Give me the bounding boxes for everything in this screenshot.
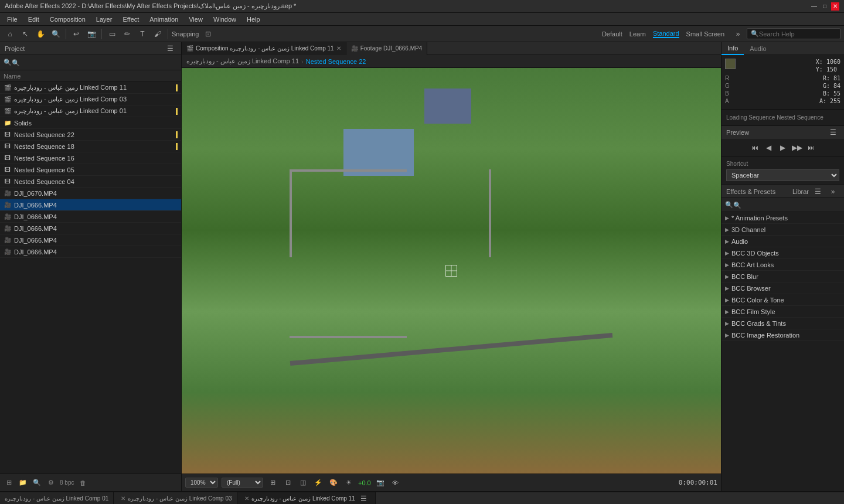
quality-select[interactable]: (Full) (Half) (Quarter) (222, 478, 263, 488)
menu-composition[interactable]: Composition (45, 15, 90, 24)
preview-prev-frame[interactable]: ◀ (764, 142, 774, 153)
list-item[interactable]: 🎬زمین عباس - رودبارچیره Linked Comp 03 (0, 94, 181, 105)
shortcut-select[interactable]: Spacebar (726, 169, 839, 181)
project-menu-button[interactable]: ☰ (164, 42, 176, 55)
list-item[interactable]: 🎥DJI_0666.MP4 (0, 211, 181, 223)
show-snapshot-button[interactable]: 👁 (390, 477, 401, 489)
project-search-bar[interactable]: 🔍 (0, 55, 181, 70)
preview-last-frame[interactable]: ⏭ (806, 142, 816, 153)
workspace-small-screen[interactable]: Small Screen (686, 30, 724, 38)
menu-view[interactable]: View (184, 15, 207, 24)
list-item[interactable]: ▶3D Channel (722, 224, 844, 236)
project-settings[interactable]: ⚙ (46, 478, 56, 488)
tab-info[interactable]: Info (722, 42, 744, 55)
fast-preview-button[interactable]: ⚡ (312, 477, 324, 489)
project-search-input[interactable] (12, 59, 178, 66)
timeline-tab-comp11[interactable]: ✕ زمین عباس - رودبارچیره Linked Comp 11 … (237, 492, 376, 505)
timeline-comp11-menu[interactable]: ☰ (358, 492, 370, 505)
minimize-button[interactable]: — (810, 2, 818, 11)
menu-animation[interactable]: Animation (145, 15, 183, 24)
effects-more[interactable]: » (826, 185, 839, 198)
list-item[interactable]: ▶BCC Film Style (722, 306, 844, 318)
preview-play[interactable]: ▶ (778, 142, 788, 153)
select-tool[interactable]: ↖ (19, 28, 32, 40)
preview-menu[interactable]: ☰ (826, 126, 839, 139)
camera-tool[interactable]: 📷 (85, 28, 98, 40)
project-delete[interactable]: 🗑 (77, 478, 88, 488)
list-item[interactable]: 🎥DJI_0666.MP4 (0, 223, 181, 234)
color-correct-button[interactable]: 🎨 (328, 477, 339, 489)
effects-menu[interactable]: ☰ (811, 185, 824, 198)
brush-tool[interactable]: 🖌 (151, 28, 164, 40)
list-item[interactable]: 🎞Nested Sequence 05 (0, 164, 181, 176)
list-item[interactable]: ▶BCC Image Restoration (722, 329, 844, 341)
zoom-select[interactable]: 100% 50% 200% (185, 478, 218, 488)
snapping-icon[interactable]: ⊡ (202, 28, 215, 40)
workspace-learn[interactable]: Learn (629, 30, 646, 38)
tab-audio[interactable]: Audio (744, 42, 772, 55)
list-item[interactable]: 🎞Nested Sequence 18 (0, 141, 181, 152)
project-find[interactable]: 🔍 (32, 478, 42, 488)
list-item[interactable]: ▶BCC Color & Tone (722, 294, 844, 306)
timeline-tab-comp01[interactable]: زمین عباس - رودبارچیره Linked Comp 01 (0, 492, 114, 505)
list-item[interactable]: 🎥DJI_0670.MP4 (0, 188, 181, 199)
menu-effect[interactable]: Effect (118, 15, 144, 24)
list-item[interactable]: ▶BCC Browser (722, 282, 844, 294)
breadcrumb-current[interactable]: Nested Sequence 22 (306, 58, 366, 65)
rotate-tool[interactable]: ↩ (70, 28, 83, 40)
menu-window[interactable]: Window (209, 15, 241, 24)
text-tool[interactable]: T (136, 28, 149, 40)
list-item[interactable]: 🎬زمین عباس - رودبارچیره Linked Comp 11 (0, 82, 181, 94)
project-item-marker (176, 131, 178, 138)
rect-tool[interactable]: ▭ (106, 28, 118, 40)
menu-layer[interactable]: Layer (91, 15, 117, 24)
workspace-overflow[interactable]: » (731, 28, 744, 40)
menu-edit[interactable]: Edit (23, 15, 44, 24)
snapshot-button[interactable]: 📷 (375, 477, 386, 489)
project-folder[interactable]: 📁 (18, 478, 28, 488)
workspace-default[interactable]: Default (602, 30, 622, 38)
list-item[interactable]: 🎥DJI_0666.MP4 (0, 246, 181, 258)
list-item[interactable]: ▶BCC Grads & Tints (722, 318, 844, 329)
effects-search-input[interactable] (733, 202, 840, 209)
viewer-tab-footage[interactable]: 🎥 Footage DJI_0666.MP4 (346, 42, 428, 55)
viewer-tab-comp-close[interactable]: ✕ (336, 45, 341, 52)
preview-first-frame[interactable]: ⏮ (750, 142, 760, 153)
list-item[interactable]: 📁Solids (0, 117, 181, 129)
pen-tool[interactable]: ✏ (121, 28, 134, 40)
effects-library-tab[interactable]: Librar (792, 188, 809, 195)
hand-tool[interactable]: ✋ (34, 28, 47, 40)
search-help-area[interactable]: 🔍 (747, 28, 840, 39)
list-item[interactable]: ▶BCC Art Looks (722, 259, 844, 271)
transparency-button[interactable]: ◫ (297, 477, 309, 489)
menu-file[interactable]: File (2, 15, 22, 24)
exposure-button[interactable]: ☀ (343, 477, 355, 489)
viewer-tab-comp[interactable]: 🎬 Composition زمین عباس - رودبارچیره Lin… (182, 42, 346, 55)
zoom-tool[interactable]: 🔍 (49, 28, 62, 40)
fit-view-button[interactable]: ⊞ (267, 477, 278, 489)
list-item[interactable]: ▶Audio (722, 236, 844, 247)
list-item[interactable]: 🎞Nested Sequence 16 (0, 152, 181, 164)
search-help-input[interactable] (759, 30, 835, 38)
list-item[interactable]: ▶BCC Blur (722, 271, 844, 282)
list-item[interactable]: ▶* Animation Presets (722, 212, 844, 224)
effects-search-bar[interactable]: 🔍 (722, 198, 844, 212)
breadcrumb-parent[interactable]: زمین عباس - رودبارچیره Linked Comp 11 (186, 57, 299, 65)
list-item[interactable]: 🎬زمین عباس - رودبارچیره Linked Comp 01 (0, 105, 181, 117)
list-item[interactable]: 🎞Nested Sequence 22 (0, 129, 181, 141)
home-button[interactable]: ⌂ (4, 28, 16, 40)
maximize-button[interactable]: □ (821, 2, 829, 11)
list-item[interactable]: ▶BCC 3D Objects (722, 247, 844, 259)
menu-help[interactable]: Help (242, 15, 265, 24)
list-item[interactable]: 🎥DJI_0666.MP4 (0, 234, 181, 246)
preview-next-frame[interactable]: ▶▶ (792, 142, 802, 153)
project-new-item[interactable]: ⊞ (4, 478, 14, 488)
timeline-tab-comp11-close[interactable]: ✕ (244, 495, 249, 502)
timeline-tab-comp03-close[interactable]: ✕ (121, 495, 125, 502)
workspace-standard[interactable]: Standard (653, 30, 679, 38)
safe-zones-button[interactable]: ⊡ (282, 477, 294, 489)
close-button[interactable]: ✕ (831, 2, 839, 11)
timeline-tab-comp03[interactable]: ✕ زمین عباس - رودبارچیره Linked Comp 03 (114, 492, 237, 505)
list-item[interactable]: 🎞Nested Sequence 04 (0, 176, 181, 188)
list-item[interactable]: 🎥DJI_0666.MP4 (0, 199, 181, 211)
